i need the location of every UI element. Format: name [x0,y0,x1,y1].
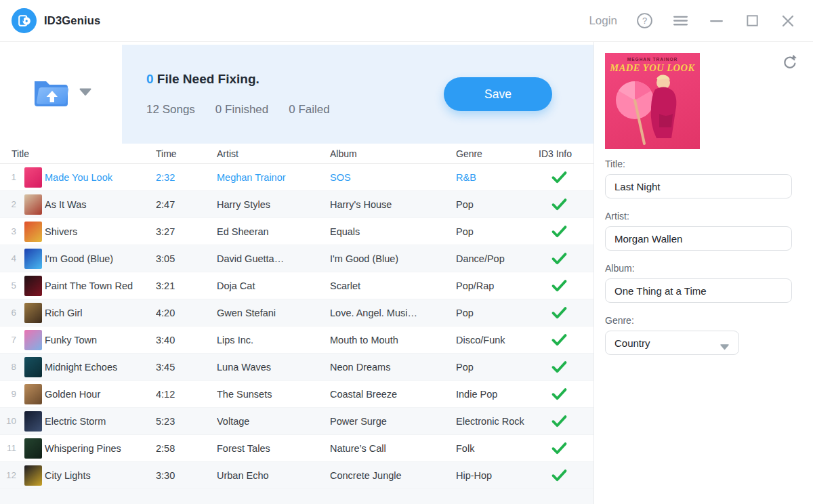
green-check-icon [532,276,587,295]
album-field[interactable] [605,278,792,303]
table-row[interactable]: 6 Rich Girl 4:20 Gwen Stefani Love. Ange… [0,299,593,327]
song-time: 3:27 [156,226,217,237]
row-number: 6 [0,308,19,318]
music-disc-logo-icon [17,14,32,28]
green-check-icon [532,439,587,457]
song-title: Midnight Echoes [45,362,156,373]
song-title: City Lights [45,470,156,481]
table-row[interactable]: 1 Made You Look 2:32 Meghan Trainor SOS … [0,164,593,191]
titlebar: ID3Genius Login ? [0,0,813,42]
table-row[interactable]: 12 City Lights 3:30 Urban Echo Concrete … [0,462,593,489]
album-art-thumbnail [24,411,42,432]
song-time: 3:45 [156,362,217,373]
song-genre: Pop/Rap [456,280,539,291]
green-check-icon [532,195,587,213]
login-button[interactable]: Login [589,14,617,28]
table-row[interactable]: 10 Electric Storm 5:23 Voltage Power Sur… [0,408,593,435]
song-time: 4:12 [156,389,217,400]
column-artist: Artist [217,148,330,159]
song-album: I'm Good (Blue) [330,253,456,264]
need-fixing-count: 0 [146,72,154,86]
song-time: 3:30 [156,470,217,481]
table-row[interactable]: 2 As It Was 2:47 Harry Styles Harry's Ho… [0,191,593,218]
green-check-icon [532,466,587,484]
song-genre: Pop [456,199,539,210]
chevron-down-icon[interactable] [79,87,92,99]
maximize-icon[interactable] [743,12,761,30]
song-time: 4:20 [156,308,217,318]
album-cover-art: MEGHAN TRAINOR MADE YOU LOOK [605,53,700,149]
table-row[interactable]: 3 Shivers 3:27 Ed Sheeran Equals Pop [0,218,593,245]
song-artist: Urban Echo [217,470,330,481]
song-time: 2:58 [156,443,217,454]
song-album: Equals [330,226,456,237]
song-artist: Voltage [217,416,330,427]
table-row[interactable]: 5 Paint The Town Red 3:21 Doja Cat Scarl… [0,272,593,299]
song-artist: Forest Tales [217,443,330,454]
song-title: Rich Girl [45,308,156,318]
green-check-icon [532,385,587,403]
help-icon[interactable]: ? [635,12,653,30]
song-stats: 12 Songs 0 Finished 0 Failed [146,103,330,117]
close-icon[interactable] [779,12,797,30]
row-number: 12 [0,470,19,480]
folder-upload-icon[interactable] [30,72,72,113]
hamburger-menu-icon[interactable] [671,12,689,30]
cover-artist-text: MEGHAN TRAINOR [605,57,700,62]
song-album: SOS [330,172,456,183]
field-label: Title: [605,159,803,169]
table-row[interactable]: 8 Midnight Echoes 3:45 Luna Waves Neon D… [0,354,593,381]
minimize-icon[interactable] [707,12,725,30]
title-field[interactable] [605,174,792,198]
column-time: Time [156,148,217,159]
field-label: Artist: [605,211,803,222]
song-genre: Folk [456,443,539,454]
table-row[interactable]: 11 Whispering Pines 2:58 Forest Tales Na… [0,435,593,462]
table-footer-strip [0,489,593,504]
song-album: Love. Angel. Musi… [330,308,456,318]
song-title: Paint The Town Red [45,280,156,291]
row-number: 11 [0,443,19,453]
song-title: I'm Good (Blue) [45,253,156,264]
song-genre: Pop [456,362,539,373]
row-number: 10 [0,416,19,426]
artist-field[interactable] [605,226,792,251]
song-album: Scarlet [330,280,456,291]
song-title: Funky Town [45,335,156,345]
row-number: 3 [0,226,19,236]
table-row[interactable]: 4 I'm Good (Blue) 3:05 David Guetta… I'm… [0,245,593,272]
song-title: Made You Look [45,172,156,183]
genre-dropdown[interactable]: Country [605,331,739,355]
song-album: Coastal Breeze [330,389,456,400]
song-time: 3:40 [156,335,217,345]
album-art-thumbnail [24,167,42,188]
save-button[interactable]: Save [444,77,552,111]
song-artist: Gwen Stefani [217,308,330,318]
song-album: Harry's House [330,199,456,210]
status-panel: 0 File Need Fixing. 12 Songs 0 Finished … [122,45,593,144]
song-genre: Indie Pop [456,389,539,400]
table-row[interactable]: 9 Golden Hour 4:12 The Sunsets Coastal B… [0,381,593,408]
genre-label: Genre: [605,315,803,326]
table-row[interactable]: 7 Funky Town 3:40 Lips Inc. Mouth to Mou… [0,327,593,354]
album-art-thumbnail [24,222,42,242]
song-time: 5:23 [156,416,217,427]
column-album: Album [330,148,456,159]
song-genre: Disco/Funk [456,335,539,345]
song-album: Mouth to Mouth [330,335,456,345]
song-genre: R&B [456,172,539,183]
album-art-thumbnail [24,384,42,404]
tag-fields: Title: Artist: Album: Genre: Country [605,159,803,367]
song-artist: Meghan Trainor [217,172,330,183]
song-table: Title Time Artist Album Genre ID3 Info 1… [0,144,593,489]
album-art-thumbnail [24,330,42,350]
song-title: Golden Hour [45,389,156,400]
song-album: Neon Dreams [330,362,456,373]
table-header: Title Time Artist Album Genre ID3 Info [0,144,593,164]
song-genre: Hip-Hop [456,470,539,481]
green-check-icon [532,168,587,186]
refresh-icon[interactable] [782,54,798,70]
song-artist: The Sunsets [217,389,330,400]
green-check-icon [532,303,587,322]
song-time: 2:47 [156,199,217,210]
